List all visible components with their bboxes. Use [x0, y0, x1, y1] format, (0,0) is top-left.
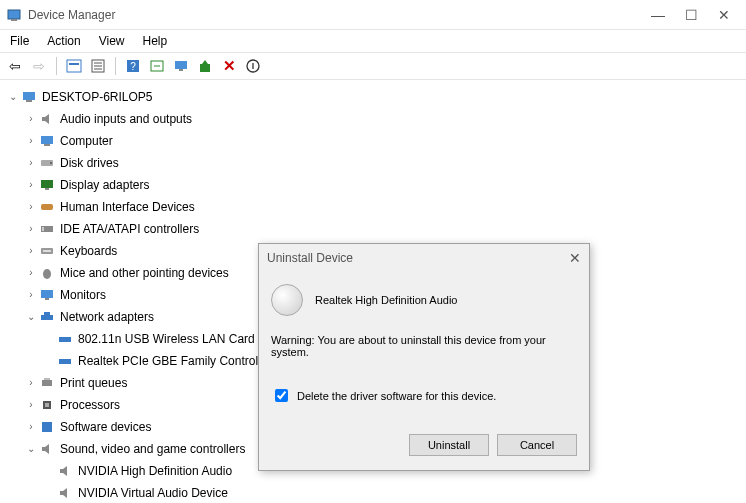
svg-rect-23 — [41, 204, 53, 210]
tree-label: Keyboards — [60, 240, 117, 262]
monitor-icon[interactable] — [170, 55, 192, 77]
tree-root[interactable]: ⌄ DESKTOP-6RILOP5 — [4, 86, 742, 108]
svg-rect-39 — [42, 422, 52, 432]
dialog-warning: Warning: You are about to uninstall this… — [271, 334, 577, 358]
expand-icon[interactable]: › — [24, 218, 38, 240]
printer-icon — [38, 375, 56, 391]
expand-icon[interactable]: › — [24, 372, 38, 394]
checkbox-label: Delete the driver software for this devi… — [297, 390, 496, 402]
disable-icon[interactable] — [242, 55, 264, 77]
forward-icon[interactable]: ⇨ — [28, 55, 50, 77]
close-button[interactable]: ✕ — [718, 7, 730, 23]
toolbar: ⇦ ⇨ ? ✕ — [0, 52, 746, 80]
tree-label: NVIDIA Virtual Audio Device — [78, 482, 228, 503]
svg-rect-32 — [44, 312, 50, 315]
tree-audio[interactable]: › Audio inputs and outputs — [4, 108, 742, 130]
tree-label: Print queues — [60, 372, 127, 394]
svg-rect-18 — [44, 144, 50, 146]
svg-rect-0 — [8, 10, 20, 19]
window-title: Device Manager — [28, 8, 651, 22]
tree-ide[interactable]: › IDE ATA/ATAPI controllers — [4, 218, 742, 240]
svg-rect-30 — [45, 298, 49, 300]
tree-label: Monitors — [60, 284, 106, 306]
tree-hid[interactable]: › Human Interface Devices — [4, 196, 742, 218]
svg-rect-16 — [26, 100, 32, 102]
display-icon — [38, 177, 56, 193]
keyboard-icon — [38, 243, 56, 259]
expand-icon[interactable]: › — [24, 240, 38, 262]
app-icon — [6, 7, 22, 23]
expand-icon[interactable]: › — [24, 174, 38, 196]
cpu-icon — [38, 397, 56, 413]
help-icon[interactable]: ? — [122, 55, 144, 77]
speaker-icon — [38, 441, 56, 457]
svg-point-28 — [43, 269, 51, 279]
computer-icon — [20, 89, 38, 105]
device-large-icon — [271, 284, 303, 316]
svg-rect-12 — [179, 69, 183, 71]
tree-computer[interactable]: › Computer — [4, 130, 742, 152]
back-icon[interactable]: ⇦ — [4, 55, 26, 77]
ide-icon — [38, 221, 56, 237]
speaker-icon — [38, 111, 56, 127]
scan-icon[interactable] — [146, 55, 168, 77]
disk-icon — [38, 155, 56, 171]
svg-rect-27 — [43, 250, 51, 252]
svg-rect-29 — [41, 290, 53, 298]
expand-icon[interactable]: › — [24, 262, 38, 284]
tree-label: Audio inputs and outputs — [60, 108, 192, 130]
uninstall-icon[interactable]: ✕ — [218, 55, 240, 77]
svg-rect-31 — [41, 315, 53, 320]
menu-file[interactable]: File — [2, 32, 37, 50]
pc-icon — [38, 133, 56, 149]
collapse-icon[interactable]: ⌄ — [6, 86, 20, 108]
expand-icon[interactable]: › — [24, 284, 38, 306]
tree-display[interactable]: › Display adapters — [4, 174, 742, 196]
expand-icon[interactable]: › — [24, 152, 38, 174]
delete-driver-checkbox-row[interactable]: Delete the driver software for this devi… — [271, 386, 577, 405]
svg-rect-21 — [41, 180, 53, 188]
svg-rect-17 — [41, 136, 53, 144]
maximize-button[interactable]: ☐ — [685, 7, 698, 23]
svg-rect-34 — [59, 359, 71, 364]
tree-label: DESKTOP-6RILOP5 — [42, 86, 152, 108]
hid-icon — [38, 199, 56, 215]
expand-icon[interactable]: › — [24, 196, 38, 218]
svg-rect-25 — [42, 227, 44, 231]
tree-label: Human Interface Devices — [60, 196, 195, 218]
tree-label: Display adapters — [60, 174, 149, 196]
speaker-icon — [56, 463, 74, 479]
cancel-button[interactable]: Cancel — [497, 434, 577, 456]
collapse-icon[interactable]: ⌄ — [24, 438, 38, 460]
titlebar: Device Manager — ☐ ✕ — [0, 0, 746, 30]
menubar: File Action View Help — [0, 30, 746, 52]
menu-action[interactable]: Action — [39, 32, 88, 50]
mouse-icon — [38, 265, 56, 281]
monitor-icon — [38, 287, 56, 303]
tree-label: Processors — [60, 394, 120, 416]
properties-icon[interactable] — [87, 55, 109, 77]
close-icon[interactable]: ✕ — [569, 250, 581, 266]
expand-icon[interactable]: › — [24, 394, 38, 416]
expand-icon[interactable]: › — [24, 130, 38, 152]
tree-label: Sound, video and game controllers — [60, 438, 245, 460]
menu-view[interactable]: View — [91, 32, 133, 50]
expand-icon[interactable]: › — [24, 416, 38, 438]
expand-icon[interactable]: › — [24, 108, 38, 130]
update-driver-icon[interactable] — [194, 55, 216, 77]
uninstall-button[interactable]: Uninstall — [409, 434, 489, 456]
svg-rect-11 — [175, 61, 187, 69]
svg-text:?: ? — [130, 61, 136, 72]
tree-disk[interactable]: › Disk drives — [4, 152, 742, 174]
speaker-icon — [56, 485, 74, 501]
menu-help[interactable]: Help — [135, 32, 176, 50]
tree-sound-item[interactable]: NVIDIA Virtual Audio Device — [4, 482, 742, 503]
delete-driver-checkbox[interactable] — [275, 389, 288, 402]
network-icon — [38, 309, 56, 325]
show-hidden-icon[interactable] — [63, 55, 85, 77]
svg-rect-38 — [45, 403, 49, 407]
collapse-icon[interactable]: ⌄ — [24, 306, 38, 328]
tree-label: Realtek PCIe GBE Family Controller — [78, 350, 271, 372]
tree-label: Network adapters — [60, 306, 154, 328]
minimize-button[interactable]: — — [651, 7, 665, 23]
